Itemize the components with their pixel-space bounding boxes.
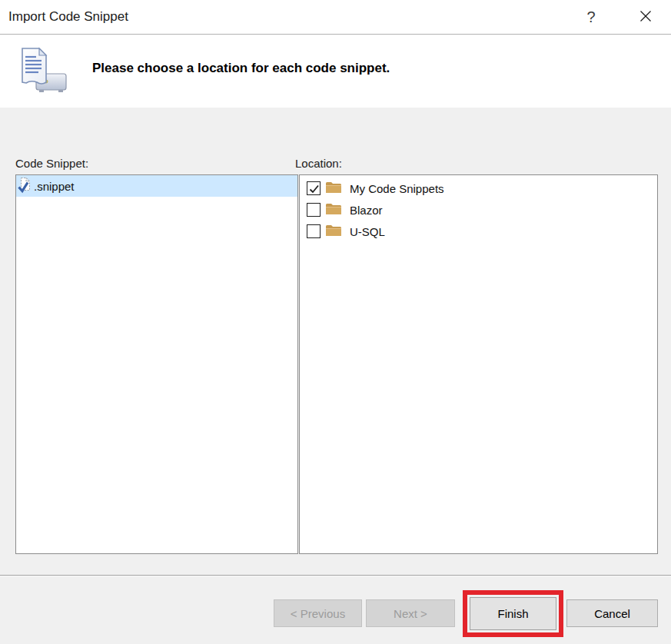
snippet-item-label: .snippet (34, 180, 75, 193)
title-bar: Import Code Snippet ? (0, 0, 671, 35)
location-item-label: My Code Snippets (350, 182, 444, 195)
previous-button[interactable]: < Previous (274, 599, 362, 627)
next-button[interactable]: Next > (366, 599, 455, 627)
window-title: Import Code Snippet (8, 0, 128, 34)
instruction-text: Please choose a location for each code s… (92, 61, 390, 76)
location-item-u-sql[interactable]: U-SQL (300, 221, 657, 242)
folder-icon (325, 181, 342, 196)
import-code-snippet-dialog: Import Code Snippet ? (0, 0, 671, 644)
dialog-body: Code Snippet: Location: .snippet (0, 108, 671, 644)
code-snippet-list[interactable]: .snippet (15, 174, 298, 554)
location-list[interactable]: My Code Snippets (299, 174, 658, 554)
wizard-header: Please choose a location for each code s… (0, 35, 671, 108)
help-button[interactable]: ? (576, 0, 606, 34)
checkbox-u-sql[interactable] (307, 224, 321, 238)
close-button[interactable] (630, 0, 661, 34)
location-item-label: U-SQL (350, 225, 385, 238)
import-snippet-icon (15, 45, 68, 98)
finish-highlight-annotation: Finish (463, 590, 563, 637)
finish-button[interactable]: Finish (470, 597, 556, 630)
checkmark-icon (308, 183, 321, 198)
checkbox-blazor[interactable] (307, 203, 321, 217)
close-icon (639, 10, 652, 25)
checkbox-my-code-snippets[interactable] (307, 181, 321, 195)
help-icon: ? (586, 8, 595, 26)
folder-icon (325, 202, 342, 217)
footer-divider-highlight (0, 576, 671, 576)
folder-icon (325, 224, 342, 239)
snippet-file-icon (18, 177, 33, 196)
code-snippet-label: Code Snippet: (15, 157, 88, 170)
location-item-my-code-snippets[interactable]: My Code Snippets (300, 178, 657, 199)
cancel-button[interactable]: Cancel (566, 599, 658, 627)
snippet-list-item[interactable]: .snippet (16, 175, 297, 197)
location-item-label: Blazor (350, 204, 383, 217)
location-label: Location: (295, 157, 342, 170)
location-item-blazor[interactable]: Blazor (300, 199, 657, 221)
